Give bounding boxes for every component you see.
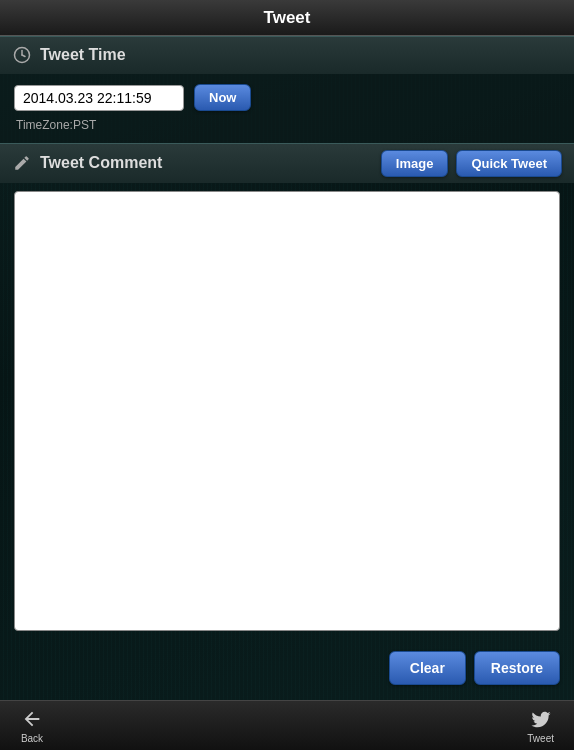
bottom-action-bar: Clear Restore (0, 643, 574, 693)
tweet-label: Tweet (527, 733, 554, 744)
clock-icon (12, 45, 32, 65)
tweet-comment-header: Tweet Comment Image Quick Tweet (0, 143, 574, 183)
tweet-nav-item[interactable]: Tweet (527, 707, 554, 744)
tweet-time-header: Tweet Time (0, 36, 574, 74)
image-button[interactable]: Image (381, 150, 449, 177)
tweet-time-label: Tweet Time (40, 46, 126, 64)
comment-header-buttons: Image Quick Tweet (381, 150, 562, 177)
page-title: Tweet (264, 8, 311, 28)
time-row: Now (14, 84, 560, 111)
tweet-comment-label: Tweet Comment (40, 154, 162, 172)
tweet-bird-icon (529, 707, 553, 731)
time-input[interactable] (14, 85, 184, 111)
back-label: Back (21, 733, 43, 744)
restore-button[interactable]: Restore (474, 651, 560, 685)
textarea-container (14, 191, 560, 635)
clear-button[interactable]: Clear (389, 651, 466, 685)
tweet-time-section: Now TimeZone:PST (0, 74, 574, 143)
title-bar: Tweet (0, 0, 574, 36)
back-nav-item[interactable]: Back (20, 707, 44, 744)
back-arrow-icon (20, 707, 44, 731)
quick-tweet-button[interactable]: Quick Tweet (456, 150, 562, 177)
pencil-icon (12, 153, 32, 173)
svg-line-2 (22, 55, 25, 57)
now-button[interactable]: Now (194, 84, 251, 111)
bottom-nav: Back Tweet (0, 700, 574, 750)
tweet-textarea[interactable] (14, 191, 560, 631)
timezone-label: TimeZone:PST (16, 118, 96, 132)
